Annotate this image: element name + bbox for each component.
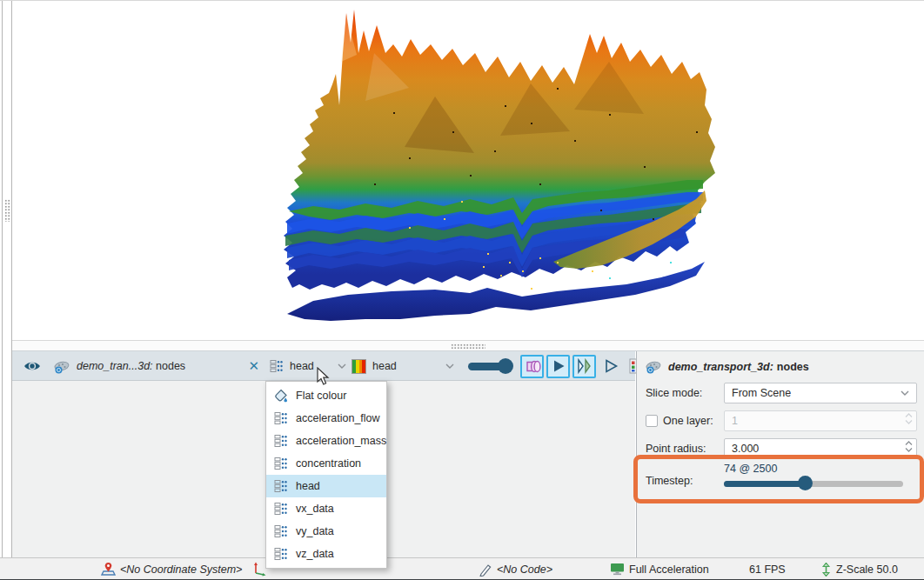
scene-item-name-suffix: nodes — [156, 360, 185, 372]
scene-viewport[interactable] — [12, 1, 924, 340]
colourmap-dropdown[interactable]: head — [352, 351, 454, 381]
horizontal-splitter[interactable] — [12, 340, 924, 351]
app-window: demo_tran...3d: nodes ✕ head head — [0, 0, 924, 580]
numeric-column-icon — [274, 502, 288, 516]
numeric-column-icon — [274, 547, 288, 561]
fps-text: 61 FPS — [749, 563, 786, 576]
menu-item-head[interactable]: head — [266, 475, 386, 497]
menu-item-label: head — [296, 480, 320, 492]
play-icon — [551, 358, 566, 374]
point-radius-value: 3.000 — [732, 443, 759, 455]
slice-mode-label: Slice mode: — [646, 387, 702, 399]
play-outline-button[interactable] — [599, 355, 622, 378]
coordinate-system-status[interactable]: <No Coordinate System> — [101, 558, 242, 580]
numeric-column-icon — [274, 479, 288, 493]
one-layer-spinner[interactable]: 1 — [724, 410, 917, 431]
scene-toolbar-buttons — [520, 351, 648, 381]
map-pin-icon — [101, 562, 116, 577]
menu-item-vz-data[interactable]: vz_data — [266, 543, 386, 565]
colourmap-value: head — [372, 360, 397, 372]
chevron-down-icon — [901, 390, 909, 397]
zscale-status[interactable]: Z-Scale 50.0 — [820, 558, 898, 580]
splitter-grip[interactable] — [451, 343, 485, 349]
properties-panel: demo_transport_3d: nodes Slice mode: Fro… — [636, 351, 924, 557]
slice-cylinder-icon — [524, 357, 541, 375]
menu-item-label: vz_data — [296, 548, 334, 560]
colour-attribute-menu: Flat colour acceleration_flow accelerati… — [265, 381, 387, 569]
colourmap-swatch-icon — [352, 359, 366, 374]
timestep-value: 74 @ 2500 — [724, 463, 777, 475]
eye-icon — [23, 359, 42, 373]
left-panel-splitter[interactable] — [0, 1, 12, 557]
zscale-text: Z-Scale 50.0 — [836, 563, 898, 576]
menu-item-label: vy_data — [296, 525, 334, 537]
properties-title-suffix: nodes — [777, 361, 809, 373]
slice-mode-value: From Scene — [732, 387, 791, 399]
menu-item-label: vx_data — [296, 503, 334, 515]
scene-item-name-prefix: demo_tran...3d: — [77, 360, 153, 372]
spinner-arrows[interactable] — [905, 441, 913, 452]
opacity-slider[interactable] — [466, 351, 515, 381]
timestep-slider-fill — [724, 481, 805, 487]
pencil-icon — [479, 563, 492, 577]
numeric-column-icon — [270, 359, 284, 373]
fps-status: 61 FPS — [749, 558, 786, 580]
opacity-slider-handle[interactable] — [498, 358, 513, 374]
acceleration-status[interactable]: Full Acceleration — [610, 558, 709, 580]
menu-item-label: acceleration_flow — [296, 412, 380, 424]
numeric-column-icon — [274, 457, 288, 470]
code-text: <No Code> — [497, 563, 552, 576]
menu-item-label: acceleration_mass — [296, 435, 386, 447]
point-radius-spinner[interactable]: 3.000 — [724, 438, 917, 459]
numeric-column-icon — [274, 434, 288, 448]
splitter-line — [2, 1, 3, 557]
visibility-toggle-button[interactable] — [17, 351, 47, 381]
menu-item-flat-colour[interactable]: Flat colour — [266, 384, 386, 407]
play-outline-icon — [603, 358, 619, 374]
remove-from-scene-icon[interactable]: ✕ — [244, 358, 263, 374]
timestep-label: Timestep: — [646, 475, 693, 487]
menu-item-label: concentration — [296, 457, 361, 470]
splitter-grip[interactable] — [4, 199, 10, 222]
flat-colour-icon — [274, 389, 288, 403]
menu-item-vy-data[interactable]: vy_data — [266, 520, 386, 543]
show-slice-button[interactable] — [520, 355, 544, 378]
point-radius-label: Point radius: — [646, 443, 706, 455]
timestep-slider[interactable] — [724, 476, 903, 491]
one-layer-checkbox[interactable] — [646, 415, 658, 427]
colour-attribute-dropdown[interactable]: head — [270, 351, 346, 381]
timestep-slider-handle[interactable] — [798, 476, 813, 490]
z-scale-arrows-icon — [820, 563, 832, 577]
chevron-down-icon — [338, 363, 346, 370]
scene-list-item-nodes[interactable]: demo_tran...3d: nodes ✕ — [49, 351, 268, 381]
flip-through-slices-button[interactable] — [572, 355, 596, 378]
menu-item-concentration[interactable]: concentration — [266, 452, 386, 475]
one-layer-value: 1 — [732, 415, 738, 427]
points-object-icon — [646, 359, 661, 374]
code-status[interactable]: <No Code> — [479, 558, 552, 580]
acceleration-text: Full Acceleration — [629, 563, 709, 576]
chevron-down-icon — [445, 363, 454, 370]
colour-attribute-value: head — [290, 360, 314, 372]
status-bar: <No Coordinate System> <No Code> Full Ac… — [0, 557, 924, 579]
slice-mode-select[interactable]: From Scene — [724, 383, 917, 403]
numeric-column-icon — [274, 524, 288, 538]
monitor-icon — [610, 563, 625, 576]
terrain-3d-model — [12, 1, 924, 340]
properties-header: demo_transport_3d: nodes — [646, 359, 809, 374]
properties-title-prefix: demo_transport_3d: — [668, 361, 773, 373]
numeric-column-icon — [274, 411, 288, 425]
one-layer-label: One layer: — [663, 415, 713, 427]
menu-item-vx-data[interactable]: vx_data — [266, 497, 386, 520]
coordinate-system-text: <No Coordinate System> — [120, 563, 242, 576]
menu-item-acceleration-mass[interactable]: acceleration_mass — [266, 430, 386, 452]
menu-item-label: Flat colour — [296, 390, 346, 402]
play-timestep-button[interactable] — [546, 355, 570, 378]
spinner-arrows[interactable] — [905, 413, 913, 424]
flip-slices-icon — [576, 358, 593, 374]
points-object-icon — [54, 359, 70, 374]
menu-item-acceleration-flow[interactable]: acceleration_flow — [266, 407, 386, 430]
scene-object-toolbar: demo_tran...3d: nodes ✕ head head — [12, 351, 635, 381]
